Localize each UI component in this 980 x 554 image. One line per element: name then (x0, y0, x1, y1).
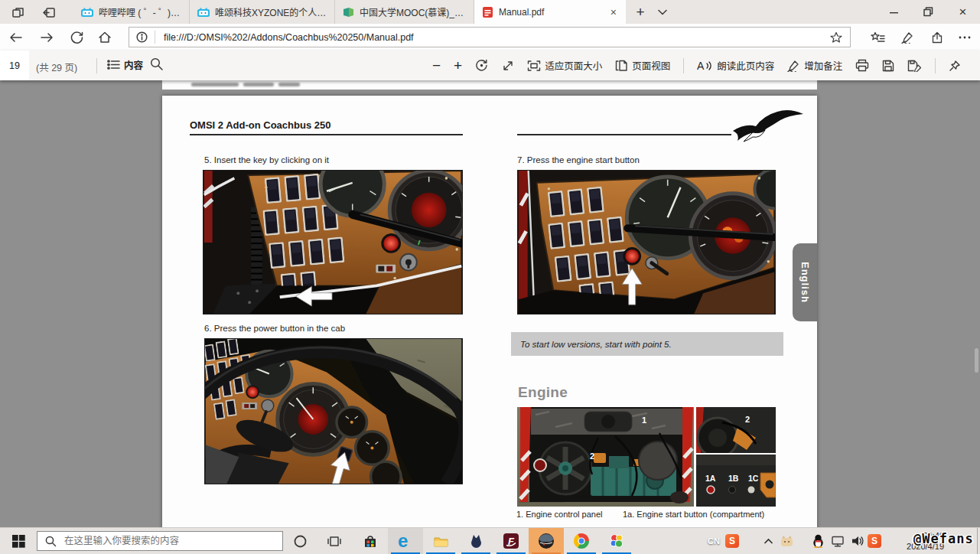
engine-label-2b: 2 (745, 415, 750, 424)
contents-button[interactable]: 内容 (107, 57, 143, 72)
tab-close-icon[interactable]: × (609, 6, 618, 18)
cortana-button[interactable] (283, 528, 317, 554)
taskbar-search-input[interactable] (63, 535, 282, 547)
pin-icon (949, 60, 962, 72)
address-bar (0, 24, 980, 51)
page-number-input[interactable] (2, 60, 28, 72)
tab-manual-pdf[interactable]: Manual.pdf × (474, 0, 626, 24)
language-tab-label: English (799, 262, 811, 303)
tab-list-dropdown[interactable] (652, 0, 673, 24)
edge-icon: e (396, 532, 415, 550)
tray-volume-icon[interactable] (848, 528, 868, 554)
mooc-icon (343, 7, 354, 18)
taskbar-app-edge[interactable]: e (388, 528, 423, 554)
page-number-box[interactable] (0, 51, 29, 80)
tray-cat-icon[interactable] (777, 528, 796, 554)
header-rule-right (517, 134, 731, 135)
set-tabs-aside-button[interactable] (35, 0, 63, 24)
tray-qq-icon[interactable] (808, 528, 828, 554)
search-icon (150, 57, 164, 70)
caption-engine-control-panel: 1. Engine control panel (516, 510, 603, 519)
scrollbar-thumb[interactable] (975, 348, 978, 373)
page-view-label: 页面视图 (632, 58, 670, 73)
taskbar-app-chrome[interactable] (564, 528, 599, 554)
language-tab-english[interactable]: English (793, 243, 817, 321)
task-view-button[interactable] (317, 528, 352, 554)
faded-text-line (191, 83, 239, 86)
zoom-in-button[interactable]: + (454, 57, 462, 74)
tab-bilibili-space[interactable]: 唯颂科技XYZONE的个人空间 (190, 0, 335, 24)
sogou-ime-icon[interactable]: S (725, 534, 739, 548)
caption-engine-start-button: 1a. Engine start button (compartment) (623, 510, 764, 519)
tab-mooc[interactable]: 中国大学MOOC(慕课)_国家 (335, 0, 474, 24)
read-aloud-button[interactable]: A 朗读此页内容 (697, 58, 774, 73)
new-tab-button[interactable]: + (629, 0, 652, 24)
screenshot-engine-compartment: 1 2 2 1A 1B 1C (517, 407, 776, 507)
save-as-button[interactable] (907, 60, 922, 72)
fullscreen-button[interactable] (502, 60, 514, 72)
fit-page-icon (527, 60, 541, 71)
back-button[interactable] (2, 24, 31, 51)
save-button[interactable] (882, 60, 894, 72)
tray-expand-button[interactable] (759, 528, 777, 554)
annotate-pen-icon[interactable] (894, 24, 923, 51)
windows-logo-icon (12, 535, 25, 548)
microsoft-store-button[interactable] (352, 528, 388, 554)
add-note-label: 增加备注 (804, 58, 842, 73)
cortana-icon (294, 535, 307, 548)
step-7-text: 7. Press the engine start button (517, 155, 640, 165)
close-button[interactable]: × (946, 0, 980, 24)
print-icon (855, 59, 869, 72)
url-input[interactable] (162, 31, 822, 44)
show-desktop-button[interactable] (977, 528, 980, 554)
contents-label: 内容 (124, 57, 143, 72)
restore-button[interactable] (911, 0, 946, 24)
search-document-button[interactable] (150, 57, 164, 70)
favorite-star-icon[interactable] (822, 31, 850, 43)
taskbar-app-cat[interactable] (458, 528, 493, 554)
tab-preview-button[interactable] (5, 0, 32, 24)
taskbar-app-omsi[interactable] (529, 528, 564, 554)
share-icon[interactable] (923, 24, 952, 51)
start-button[interactable] (0, 528, 37, 554)
refresh-button[interactable] (63, 24, 92, 51)
taskbar-app-paint[interactable] (599, 528, 634, 554)
more-options-icon[interactable] (950, 24, 979, 51)
add-note-button[interactable]: 增加备注 (787, 58, 842, 73)
svg-text:A: A (697, 60, 705, 72)
site-info-icon[interactable] (129, 31, 155, 43)
save-as-icon (907, 60, 922, 72)
pdf-icon (482, 6, 493, 18)
favorites-hub-icon[interactable] (863, 24, 892, 51)
zoom-out-button[interactable]: − (432, 57, 441, 74)
minimize-button[interactable] (877, 0, 911, 24)
step-5-text: 5. Insert the key by clicking on it (204, 155, 329, 165)
screenshot-insert-key (203, 170, 463, 314)
unpin-toolbar-button[interactable] (949, 60, 962, 72)
page-view-button[interactable]: 页面视图 (615, 58, 670, 73)
ime-mode-label[interactable]: CN (708, 536, 720, 546)
read-aloud-label: 朗读此页内容 (717, 58, 774, 73)
taskbar-app-explorer[interactable] (423, 528, 458, 554)
engine-label-1b: 1B (728, 474, 739, 483)
forward-button[interactable] (32, 24, 61, 51)
bilibili-icon (197, 7, 210, 17)
taskbar: e F (0, 527, 980, 554)
omsi-icon (538, 533, 555, 549)
file-explorer-icon (434, 535, 448, 547)
tray-display-icon[interactable] (828, 528, 848, 554)
pdf-content-area[interactable]: OMSI 2 Add-on Coachbus 250 5. Insert the… (0, 80, 980, 527)
fit-page-button[interactable]: 适应页面大小 (527, 58, 602, 73)
rotate-button[interactable] (475, 59, 489, 72)
document-header-title: OMSI 2 Add-on Coachbus 250 (190, 119, 330, 131)
chevron-up-icon (763, 538, 773, 545)
print-button[interactable] (855, 59, 869, 72)
tab-bilibili-home[interactable]: 哔哩哔哩 ( ゜- ゜)つロ 干杯~ (73, 0, 190, 24)
previous-page-bottom (162, 80, 817, 90)
url-field[interactable] (129, 27, 851, 47)
home-button[interactable] (90, 24, 119, 51)
tray-sogou-icon[interactable]: S (868, 534, 881, 548)
taskbar-search[interactable] (37, 531, 283, 551)
taskbar-app-f[interactable]: F (493, 528, 529, 554)
svg-text:e: e (398, 532, 408, 550)
